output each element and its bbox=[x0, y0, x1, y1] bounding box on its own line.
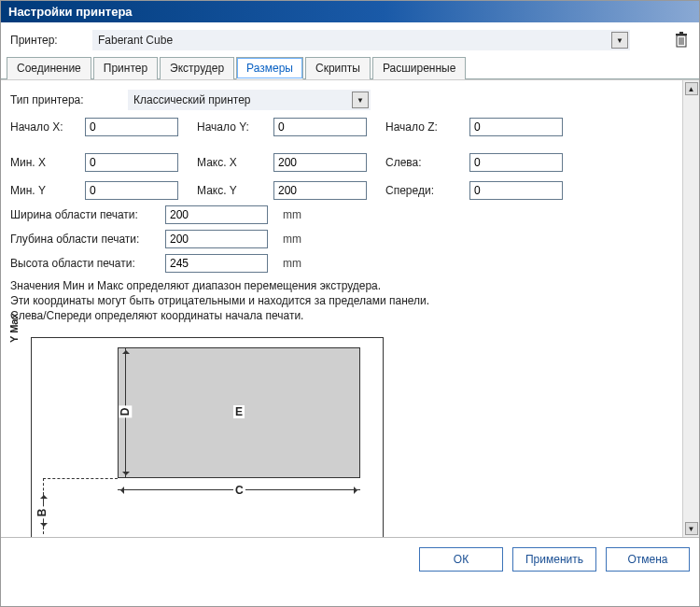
print-depth-input[interactable] bbox=[165, 230, 268, 248]
hint-line: Значения Мин и Макс определяют диапазон … bbox=[10, 278, 673, 293]
max-x-label: Макс. X bbox=[197, 156, 264, 169]
ok-button[interactable]: ОК bbox=[419, 547, 503, 572]
diagram-frame: D E C B bbox=[31, 337, 384, 537]
diagram-label-B: B bbox=[35, 506, 49, 518]
origin-z-label: Начало Z: bbox=[385, 120, 460, 134]
hint-text: Значения Мин и Макс определяют диапазон … bbox=[10, 278, 673, 324]
printer-type-select[interactable]: Классический принтер ▼ bbox=[128, 90, 371, 110]
min-y-label: Мин. Y bbox=[10, 184, 76, 197]
apply-button[interactable]: Применить bbox=[512, 547, 596, 572]
diagram-dash-h bbox=[43, 478, 118, 479]
cancel-button[interactable]: Отмена bbox=[606, 547, 690, 572]
delete-printer-button[interactable] bbox=[673, 31, 690, 49]
unit-mm: mm bbox=[283, 257, 320, 270]
origin-x-label: Начало X: bbox=[10, 120, 76, 134]
scroll-down-icon[interactable]: ▼ bbox=[685, 522, 698, 535]
hint-line: Эти координаты могут быть отрицательными… bbox=[10, 293, 673, 308]
printer-type-label: Тип принтера: bbox=[10, 93, 122, 106]
tab-printer[interactable]: Принтер bbox=[93, 57, 158, 79]
print-height-input[interactable] bbox=[165, 254, 268, 273]
printer-type-value: Классический принтер bbox=[133, 93, 251, 106]
printer-label: Принтер: bbox=[10, 34, 66, 47]
window-title: Настройки принтера bbox=[1, 1, 699, 22]
scroll-up-icon[interactable]: ▲ bbox=[685, 82, 698, 95]
origin-y-label: Начало Y: bbox=[197, 120, 264, 134]
svg-rect-4 bbox=[676, 34, 687, 35]
chevron-down-icon[interactable]: ▼ bbox=[352, 92, 369, 108]
max-x-input[interactable] bbox=[273, 153, 367, 172]
hint-line: Слева/Спереди определяют координаты нача… bbox=[10, 308, 673, 323]
dimensions-panel: Тип принтера: Классический принтер ▼ Нач… bbox=[1, 80, 682, 537]
min-x-label: Мин. X bbox=[10, 156, 76, 169]
tab-extruder[interactable]: Экструдер bbox=[160, 57, 234, 79]
origin-x-input[interactable] bbox=[85, 118, 178, 136]
diagram-label-E: E bbox=[233, 405, 245, 418]
trash-icon bbox=[674, 32, 689, 49]
front-label: Спереди: bbox=[385, 184, 460, 197]
chevron-down-icon[interactable]: ▼ bbox=[611, 32, 628, 49]
min-x-input[interactable] bbox=[85, 153, 178, 172]
print-depth-label: Глубина области печати: bbox=[10, 233, 160, 246]
tab-bar: Соединение Принтер Экструдер Размеры Скр… bbox=[1, 56, 699, 79]
vertical-scrollbar[interactable]: ▲ ▼ bbox=[682, 80, 699, 537]
origin-y-input[interactable] bbox=[273, 118, 367, 136]
dialog-footer: ОК Применить Отмена bbox=[1, 537, 699, 581]
svg-rect-5 bbox=[679, 32, 683, 34]
tab-advanced[interactable]: Расширенные bbox=[372, 57, 467, 79]
diagram-label-D: D bbox=[119, 405, 132, 417]
left-input[interactable] bbox=[469, 153, 563, 172]
printer-select-value: Faberant Cube bbox=[98, 34, 173, 47]
bed-diagram: Y Max 0 D E C B bbox=[10, 333, 384, 537]
front-input[interactable] bbox=[469, 181, 563, 200]
unit-mm: mm bbox=[283, 233, 320, 246]
min-y-input[interactable] bbox=[85, 181, 178, 200]
tab-dimensions[interactable]: Размеры bbox=[236, 57, 303, 79]
print-width-label: Ширина области печати: bbox=[10, 208, 160, 221]
max-y-input[interactable] bbox=[273, 181, 367, 200]
diagram-y-axis-label: Y Max bbox=[8, 313, 20, 343]
tab-scripts[interactable]: Скрипты bbox=[305, 57, 371, 79]
max-y-label: Макс. Y bbox=[197, 184, 264, 197]
left-label: Слева: bbox=[385, 156, 460, 169]
origin-z-input[interactable] bbox=[469, 118, 563, 136]
diagram-label-C: C bbox=[233, 484, 245, 497]
printer-select[interactable]: Faberant Cube ▼ bbox=[92, 30, 630, 50]
print-width-input[interactable] bbox=[165, 205, 268, 224]
unit-mm: mm bbox=[283, 208, 320, 221]
tab-connection[interactable]: Соединение bbox=[7, 57, 91, 79]
print-height-label: Высота области печати: bbox=[10, 257, 160, 270]
